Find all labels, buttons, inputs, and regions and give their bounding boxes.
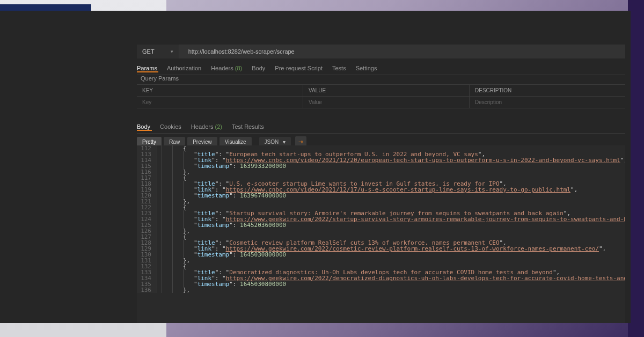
- params-table: KEY VALUE DESCRIPTION Key Value Descript…: [137, 84, 625, 108]
- value-input[interactable]: Value: [303, 97, 470, 108]
- method-dropdown[interactable]: GET ▾: [137, 48, 179, 55]
- request-bar: GET ▾ http://localhost:8282/web-scraper/…: [137, 45, 625, 58]
- tab-headers[interactable]: Headers (8): [211, 65, 242, 71]
- tab-resp-headers[interactable]: Headers (2): [191, 123, 222, 130]
- query-params-label: Query Params: [141, 75, 179, 82]
- tab-params[interactable]: Params: [137, 65, 157, 71]
- col-header-desc: DESCRIPTION: [470, 85, 625, 96]
- api-panel: GET ▾ http://localhost:8282/web-scraper/…: [0, 11, 631, 323]
- key-input[interactable]: Key: [137, 97, 303, 108]
- response-tabs: Body Cookies Headers (2) Test Results: [137, 120, 625, 134]
- tab-resp-body[interactable]: Body: [137, 123, 150, 130]
- tab-body[interactable]: Body: [252, 65, 265, 71]
- tab-authorization[interactable]: Authorization: [167, 65, 201, 71]
- desc-input[interactable]: Description: [470, 97, 625, 108]
- chevron-down-icon: ▾: [171, 49, 173, 54]
- top-blue-accent: [0, 4, 91, 11]
- url-input[interactable]: http://localhost:8282/web-scraper/scrape: [179, 45, 625, 58]
- resp-tab-underline: [137, 130, 152, 131]
- request-tabs: Params Authorization Headers (8) Body Pr…: [137, 62, 625, 75]
- chevron-down-icon: ▾: [283, 139, 286, 145]
- col-header-key: KEY: [137, 85, 303, 96]
- col-header-value: VALUE: [303, 85, 470, 96]
- tab-settings[interactable]: Settings: [356, 65, 377, 71]
- tab-resp-cookies[interactable]: Cookies: [160, 123, 181, 130]
- tab-prerequest[interactable]: Pre-request Script: [275, 65, 323, 71]
- tab-tests[interactable]: Tests: [332, 65, 346, 71]
- response-body[interactable]: 112{113"title": "European tech start-ups…: [137, 145, 625, 323]
- method-label: GET: [142, 48, 155, 55]
- tab-underline: [137, 71, 158, 72]
- tab-resp-tests[interactable]: Test Results: [232, 123, 264, 130]
